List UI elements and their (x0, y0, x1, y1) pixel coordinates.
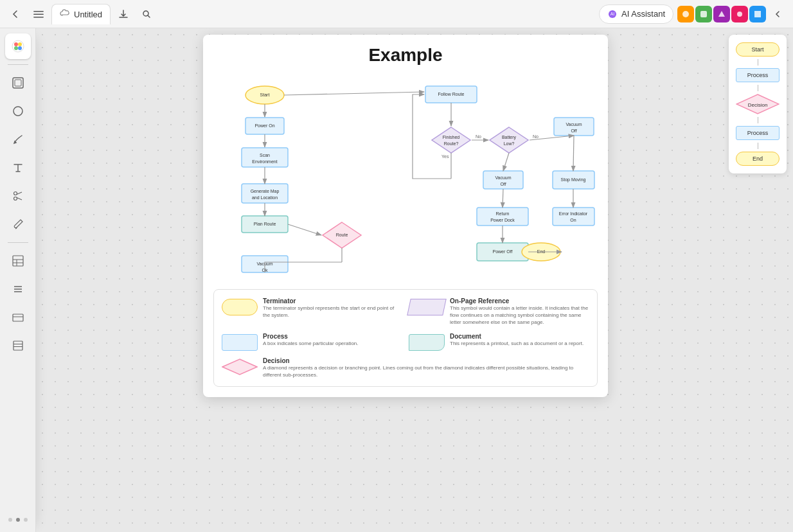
svg-text:Stop Moving: Stop Moving (561, 177, 586, 182)
menu-button[interactable] (28, 4, 49, 24)
mini-process-1: Process (736, 68, 780, 82)
svg-line-80 (503, 189, 503, 208)
mini-arrow-1 (758, 59, 758, 66)
plugin-3[interactable] (713, 6, 730, 22)
svg-rect-28 (13, 314, 23, 321)
left-sidebar (0, 28, 36, 532)
svg-text:Vacuum: Vacuum (495, 175, 511, 180)
dot-2 (16, 518, 20, 522)
svg-rect-0 (33, 11, 44, 12)
dot-1 (8, 518, 12, 522)
svg-text:No: No (476, 134, 481, 139)
toolbar-plugins (677, 4, 788, 24)
svg-rect-2 (33, 17, 44, 18)
plugin-2[interactable] (695, 6, 712, 22)
svg-text:Battery: Battery (502, 135, 517, 140)
legend-process-title: Process (263, 333, 359, 340)
legend-area: Terminator The terminator symbol represe… (213, 289, 598, 387)
svg-text:Yes: Yes (441, 154, 449, 159)
main-area: Templates Flowchart Template What is Flo… (0, 28, 793, 532)
svg-rect-10 (754, 11, 761, 17)
mini-arrow-3 (758, 117, 758, 123)
mini-flowchart-panel: Start Process Decision Process End (729, 35, 787, 173)
svg-point-20 (13, 197, 17, 200)
sidebar-layers-icon[interactable] (5, 333, 31, 359)
svg-text:Plan Route: Plan Route (254, 222, 276, 226)
top-bar: Untitled AI AI Assistant (0, 0, 793, 28)
svg-rect-17 (15, 80, 21, 86)
svg-point-11 (12, 40, 24, 52)
sidebar-pen-icon[interactable] (5, 127, 31, 152)
svg-point-14 (14, 46, 18, 50)
svg-rect-40 (242, 148, 288, 167)
back-button[interactable] (5, 4, 26, 24)
svg-rect-30 (13, 341, 22, 350)
svg-text:Start: Start (260, 93, 270, 97)
svg-text:Power Dock: Power Dock (490, 218, 515, 222)
svg-text:AI: AI (610, 12, 615, 16)
plugin-5[interactable] (749, 6, 766, 22)
ai-btn-label: AI Assistant (621, 9, 665, 19)
plugin-4[interactable] (731, 6, 748, 22)
legend-decision-title: Decision (263, 357, 589, 364)
sidebar-bottom (3, 513, 33, 527)
search-button[interactable] (136, 4, 157, 24)
mini-start-node: Start (736, 42, 780, 57)
svg-text:Route: Route (336, 233, 348, 237)
sidebar-scissor-icon[interactable] (5, 183, 31, 209)
collapse-toolbar-button[interactable] (767, 4, 788, 24)
ai-assistant-button[interactable]: AI AI Assistant (599, 4, 673, 24)
svg-line-58 (284, 92, 424, 95)
svg-text:Route?: Route? (444, 141, 459, 146)
sidebar-list-icon[interactable] (5, 276, 31, 302)
svg-text:Power On: Power On (254, 123, 274, 128)
mini-end-node: End (736, 152, 780, 166)
plugin-1[interactable] (677, 6, 694, 22)
legend-reference-desc: This symbol would contain a letter insid… (450, 305, 589, 326)
svg-rect-32 (13, 346, 22, 347)
download-button[interactable] (113, 4, 134, 24)
svg-text:No: No (533, 134, 539, 139)
legend-document-title: Document (450, 333, 584, 340)
svg-text:Generate Map: Generate Map (251, 189, 280, 194)
svg-rect-1 (33, 13, 44, 15)
sidebar-text-icon[interactable] (5, 155, 31, 181)
legend-decision-desc: A diamond represents a decision or branc… (263, 364, 589, 378)
sidebar-brush-icon[interactable] (5, 211, 31, 237)
svg-text:Error Indicator: Error Indicator (559, 211, 588, 216)
sidebar-card-icon[interactable] (5, 305, 31, 330)
cloud-icon (60, 9, 70, 19)
sidebar-divider-1 (8, 64, 28, 65)
svg-marker-97 (222, 359, 257, 375)
legend-terminator: Terminator The terminator symbol represe… (222, 297, 402, 326)
sidebar-palette-icon[interactable] (5, 33, 31, 59)
svg-text:End: End (537, 249, 546, 254)
document-tab[interactable]: Untitled (51, 4, 111, 24)
svg-text:Power Off: Power Off (493, 249, 513, 254)
sidebar-table-icon[interactable] (5, 248, 31, 274)
example-panel: Example Start Pow (203, 35, 608, 397)
svg-point-18 (13, 107, 22, 116)
sidebar-frame-icon[interactable] (5, 70, 31, 96)
svg-rect-77 (477, 208, 528, 226)
top-bar-right: AI AI Assistant (599, 4, 788, 24)
svg-text:Return: Return (495, 211, 509, 216)
sidebar-shape-icon[interactable] (5, 98, 31, 124)
legend-reference-title: On-Page Reference (450, 297, 589, 305)
legend-terminator-desc: The terminator symbol represents the sta… (263, 305, 402, 319)
flowchart-area: Start Power On Scan Environment Generate… (203, 71, 608, 289)
svg-point-19 (13, 192, 17, 195)
legend-decision: Decision A diamond represents a decision… (222, 357, 589, 378)
svg-marker-8 (718, 11, 725, 17)
svg-rect-90 (553, 208, 594, 226)
svg-line-76 (503, 153, 509, 171)
mini-process-2: Process (736, 126, 780, 140)
svg-text:Finished: Finished (443, 135, 460, 139)
dot-3 (24, 518, 28, 522)
legend-terminator-title: Terminator (263, 297, 402, 305)
svg-point-15 (18, 46, 22, 50)
canvas-area[interactable]: Templates Flowchart Template What is Flo… (36, 28, 793, 532)
tab-title: Untitled (74, 10, 102, 19)
svg-point-13 (18, 42, 22, 46)
svg-text:Vacuum: Vacuum (566, 122, 582, 127)
